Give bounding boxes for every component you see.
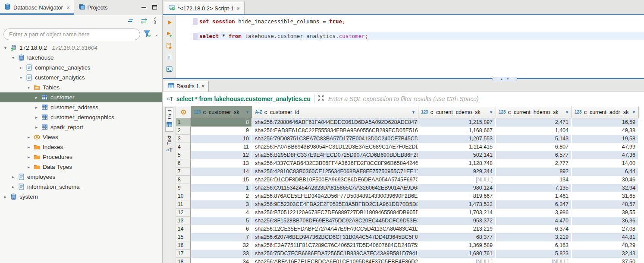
grid-cell[interactable]: 6,577 xyxy=(496,151,572,159)
grid-cell[interactable]: 1,114,415 xyxy=(418,143,496,151)
grid-cell[interactable]: sha256:C9115342454A2323DA815865CAA326064… xyxy=(252,184,418,192)
code-line-current[interactable]: select * from lakehouse.customer_analyti… xyxy=(198,32,644,40)
grid-cell[interactable]: [NULL] xyxy=(418,258,496,263)
chevron-collapsed-icon[interactable]: ▸ xyxy=(3,194,8,199)
grid-cell[interactable]: 11 xyxy=(191,143,252,151)
row-number[interactable]: 6 xyxy=(176,159,191,168)
tree-item-procedures[interactable]: ▸Procedures xyxy=(0,152,162,162)
grid-cell[interactable]: 13 xyxy=(191,159,252,168)
row-number[interactable]: 18 xyxy=(176,258,191,263)
grid-cell[interactable]: 1,473,522 xyxy=(418,200,496,209)
row-number[interactable]: 9 xyxy=(176,184,191,192)
chevron-expanded-icon[interactable]: ▾ xyxy=(10,55,16,60)
grid-cell[interactable]: 30,46 xyxy=(572,176,639,184)
grid-cell[interactable]: sha256:B705122120A673FC7DE6889727DB11809… xyxy=(252,209,418,217)
grid-cell[interactable]: sha256:4337C7AB6432E3B06FF4A3636FD2F8CC8… xyxy=(252,159,418,168)
tab-projects[interactable]: Projects xyxy=(74,0,112,15)
tree-item-compliance-analytics[interactable]: ▸compliance_analytics xyxy=(0,63,162,73)
grid-cell[interactable]: 1,168,667 xyxy=(418,127,496,135)
chevron-collapsed-icon[interactable]: ▸ xyxy=(34,95,39,100)
grid-cell[interactable]: sha256:72888646ABF61FA044EDEC061D6DA5A09… xyxy=(252,118,418,127)
grid-cell[interactable]: 32 xyxy=(191,241,252,250)
chevron-collapsed-icon[interactable]: ▸ xyxy=(34,105,39,110)
collapse-down-icon[interactable]: ▼ xyxy=(506,78,509,81)
grid-cell[interactable]: 1,461 xyxy=(496,192,572,200)
tree-item-data-types[interactable]: ▸Data Types xyxy=(0,162,162,172)
code-area[interactable]: set session hide_inaccessible_columns = … xyxy=(198,15,644,78)
sql-console-icon[interactable] xyxy=(166,66,173,73)
close-icon[interactable]: × xyxy=(66,4,70,11)
grid-cell[interactable]: 47,36 xyxy=(572,151,639,159)
grid-cell[interactable]: 2 xyxy=(191,192,252,200)
grid-cell[interactable]: 2,471 xyxy=(496,118,572,127)
tree-item-information-schema[interactable]: ▸information_schema xyxy=(0,182,162,192)
grid-cell[interactable]: 3 xyxy=(191,200,252,209)
grid-cell[interactable]: 1,404 xyxy=(496,127,572,135)
row-number[interactable]: 16 xyxy=(176,241,191,250)
column-dropdown-icon[interactable]: ▼ xyxy=(245,110,249,114)
column-header-c_customer_id[interactable]: A-Zc_customer_id▼ xyxy=(252,106,418,118)
grid-cell[interactable]: 819,667 xyxy=(418,192,496,200)
column-header-c_current_hdemo_sk[interactable]: 123c_current_hdemo_sk▼ xyxy=(496,106,572,118)
column-header-c_current_cdemo_sk[interactable]: 123c_current_cdemo_sk▼ xyxy=(418,106,496,118)
grid-cell[interactable]: 6,163 xyxy=(496,241,572,250)
grid-cell[interactable]: 6 xyxy=(191,225,252,233)
grid-cell[interactable]: 7 xyxy=(191,233,252,241)
grid-cell[interactable]: 4 xyxy=(191,209,252,217)
grid-cell[interactable]: 3,986 xyxy=(496,209,572,217)
grid-cell[interactable]: sha256:8F1528BB708DF69EB475DC92A8C20EC44… xyxy=(252,217,418,225)
grid-cell[interactable]: 33 xyxy=(191,250,252,258)
grid-cell[interactable]: 6,374 xyxy=(496,225,572,233)
grid-cell[interactable]: 15 xyxy=(191,176,252,184)
view-menu-icon[interactable] xyxy=(154,17,157,26)
chevron-expanded-icon[interactable]: ▾ xyxy=(26,85,31,90)
row-number[interactable]: 1 xyxy=(176,118,191,127)
grid-cell[interactable]: 31,65 xyxy=(572,192,639,200)
code-line[interactable]: set session hide_inaccessible_columns = … xyxy=(198,18,644,25)
object-filter-input[interactable] xyxy=(3,29,140,40)
grid-cell[interactable]: 1,128,748 xyxy=(418,159,496,168)
grid-cell[interactable]: 1,703,214 xyxy=(418,209,496,217)
row-number[interactable]: 5 xyxy=(176,151,191,159)
chevron-collapsed-icon[interactable]: ▸ xyxy=(26,145,31,149)
grid-cell[interactable]: sha256:FA0ABB6943B98054FC31D12D3E3AEC689… xyxy=(252,143,418,151)
grid-cell[interactable]: 48,57 xyxy=(572,200,639,209)
expand-filter-icon[interactable] xyxy=(318,95,324,103)
grid-cell[interactable]: 19,58 xyxy=(572,135,639,143)
filter-funnel-icon[interactable] xyxy=(144,30,151,39)
tree-item-lakehouse[interactable]: ▾lakehouse xyxy=(0,53,162,63)
grid-cell[interactable]: 5,823 xyxy=(496,250,572,258)
tree-item-172-18-0-2[interactable]: ▾172.18.0.2172.18.0.2:31604 xyxy=(0,43,162,53)
grid-cell[interactable]: 6,44 xyxy=(572,168,639,176)
grid-cell[interactable]: 4,470 xyxy=(496,217,572,225)
execute-new-tab-icon[interactable] xyxy=(166,31,173,38)
grid-cell[interactable]: 2,777 xyxy=(496,159,572,168)
grid-cell[interactable]: sha256:ABFA16E7E1ECBDCA6E01CE1095D84F37C… xyxy=(252,258,418,263)
row-number[interactable]: 10 xyxy=(176,192,191,200)
grid-cell[interactable]: 9 xyxy=(191,127,252,135)
chevron-collapsed-icon[interactable]: ▸ xyxy=(26,165,31,169)
explain-plan-icon[interactable] xyxy=(166,54,173,61)
grid-cell[interactable]: 39,55 xyxy=(572,209,639,217)
grid-cell[interactable]: 213,219 xyxy=(418,225,496,233)
grid-cell[interactable]: sha256:B295D8FC337E9E4FECD0725D907ACD6B6… xyxy=(252,151,418,159)
tree-item-spark-report[interactable]: ▸spark_report xyxy=(0,122,162,132)
grid-cell[interactable]: 5 xyxy=(191,217,252,225)
grid-cell[interactable]: 48,29 xyxy=(572,241,639,250)
chevron-collapsed-icon[interactable]: ▸ xyxy=(10,184,16,189)
chevron-down-icon[interactable]: ⌄ xyxy=(155,32,159,37)
grid-cell[interactable]: sha256:620746BED947362BCD6CF31B0A4C547DD… xyxy=(252,233,418,241)
grid-cell[interactable]: sha256:79D08751C3EA7C83BA57D177E00413D0C… xyxy=(252,135,418,143)
grid-cell[interactable]: 68,377 xyxy=(418,233,496,241)
grid-cell[interactable]: 14,00 xyxy=(572,159,639,168)
column-header-c_current_addr_sk[interactable]: 123c_current_addr_sk▼ xyxy=(572,106,639,118)
result-grid[interactable]: 123c_customer_sk▼A-Zc_customer_id▼123c_c… xyxy=(176,106,644,263)
grid-cell[interactable]: 16,59 xyxy=(572,118,639,127)
result-filter-input[interactable] xyxy=(327,95,641,103)
chevron-collapsed-icon[interactable]: ▸ xyxy=(10,174,16,179)
column-dropdown-icon[interactable]: ▼ xyxy=(489,110,493,114)
grid-cell[interactable]: 892 xyxy=(496,168,572,176)
grid-cell[interactable]: 32,43 xyxy=(572,250,639,258)
tree-item-customer-address[interactable]: ▸customer_address xyxy=(0,102,162,112)
collapse-all-icon[interactable] xyxy=(127,18,134,25)
